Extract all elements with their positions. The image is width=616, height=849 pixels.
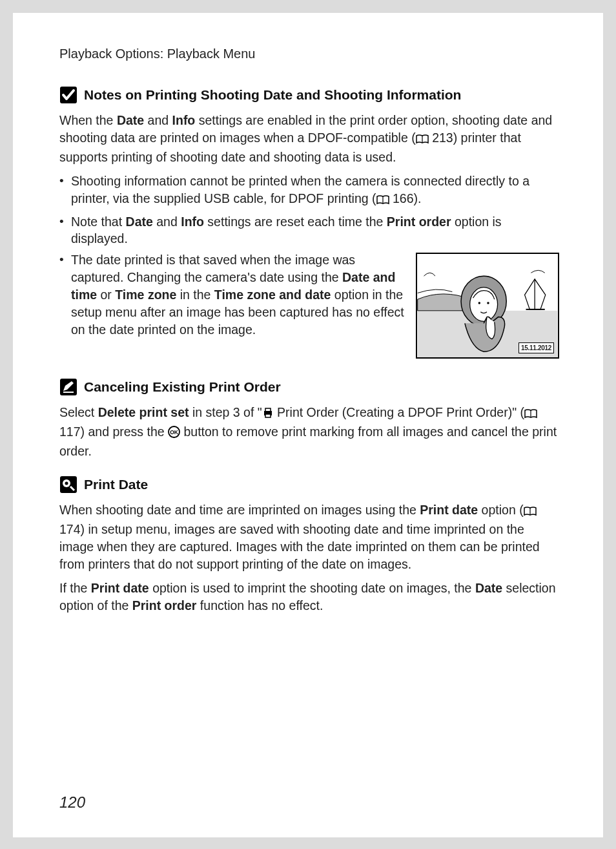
illustration-date-stamp: 15.11.2012 bbox=[518, 342, 554, 354]
section-title: Print Date bbox=[84, 477, 148, 492]
info-setup-icon bbox=[59, 476, 77, 494]
section-print-date-heading: Print Date bbox=[59, 476, 559, 494]
print-set-icon bbox=[262, 406, 274, 423]
section-cancel-heading: Canceling Existing Print Order bbox=[59, 378, 559, 396]
book-icon bbox=[376, 192, 389, 209]
svg-rect-14 bbox=[265, 414, 271, 417]
ok-button-icon: OK bbox=[168, 425, 180, 443]
svg-point-20 bbox=[65, 482, 68, 485]
caution-check-icon bbox=[59, 86, 77, 104]
book-icon bbox=[524, 406, 537, 423]
svg-point-8 bbox=[470, 288, 498, 322]
list-item: The date printed is that saved when the … bbox=[59, 251, 559, 359]
list-item: Shooting information cannot be printed w… bbox=[59, 173, 559, 209]
svg-text:OK: OK bbox=[170, 429, 179, 435]
list-item: Note that Date and Info settings are res… bbox=[59, 213, 559, 248]
svg-rect-13 bbox=[265, 408, 271, 412]
page-number: 120 bbox=[59, 793, 85, 812]
section-notes-heading: Notes on Printing Shooting Date and Shoo… bbox=[59, 86, 559, 104]
print-date-paragraph-1: When shooting date and time are imprinte… bbox=[59, 501, 559, 573]
intro-paragraph: When the Date and Info settings are enab… bbox=[59, 112, 559, 166]
book-icon bbox=[416, 131, 429, 149]
book-icon bbox=[524, 503, 537, 521]
section-title: Notes on Printing Shooting Date and Shoo… bbox=[84, 87, 461, 103]
svg-point-10 bbox=[487, 302, 489, 305]
illustration-photo-datestamp: 15.11.2012 bbox=[416, 253, 559, 359]
svg-point-9 bbox=[478, 302, 481, 305]
section-title: Canceling Existing Print Order bbox=[84, 379, 281, 395]
pencil-note-icon bbox=[59, 378, 77, 396]
manual-page: Playback Options: Playback Menu Notes on… bbox=[13, 13, 603, 837]
cancel-paragraph: Select Delete print set in step 3 of " P… bbox=[59, 404, 559, 460]
print-date-paragraph-2: If the Print date option is used to impr… bbox=[59, 580, 559, 614]
page-header: Playback Options: Playback Menu bbox=[59, 47, 559, 61]
notes-list: Shooting information cannot be printed w… bbox=[59, 173, 559, 359]
